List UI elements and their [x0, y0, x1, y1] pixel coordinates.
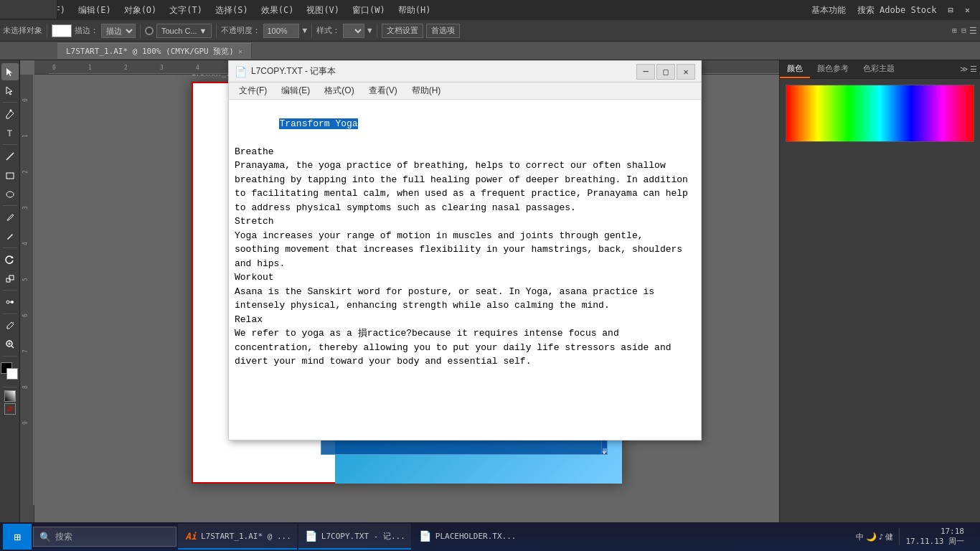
stroke-select[interactable]: 描边: [101, 24, 136, 38]
tab-color-themes[interactable]: 色彩主题: [856, 60, 902, 78]
selection-label: 未选择对象: [3, 25, 42, 36]
np-menu-file[interactable]: 文件(F): [232, 83, 274, 98]
line-tool[interactable]: [1, 148, 19, 165]
menu-text[interactable]: 文字(T): [164, 3, 208, 18]
tab-color[interactable]: 颜色: [780, 60, 810, 78]
right-panel: 颜色 颜色参考 色彩主题 ≫ ☰: [779, 60, 980, 528]
clock-date: 17.11.13 周一: [905, 537, 964, 547]
svg-text:6: 6: [22, 314, 29, 317]
type-tool[interactable]: T: [1, 124, 19, 141]
preferences-button[interactable]: 首选项: [426, 24, 460, 38]
selected-text: Transform Yoga: [279, 118, 357, 129]
menu-object[interactable]: 对象(O): [118, 3, 163, 18]
ruler-left: 0 1 2 3 4 5 6 7 8 9: [20, 75, 34, 528]
np-menu-edit[interactable]: 编辑(E): [274, 83, 317, 98]
ellipse-tool[interactable]: [1, 185, 19, 202]
notepad-content[interactable]: Transform Yoga Breathe Pranayama, the yo…: [229, 100, 701, 440]
svg-text:1: 1: [22, 134, 29, 138]
np-menu-help[interactable]: 帮助(H): [405, 83, 448, 98]
svg-line-1: [6, 153, 14, 160]
direct-select-tool[interactable]: [1, 82, 19, 99]
svg-text:5: 5: [22, 278, 29, 281]
opacity-label: 不透明度：: [221, 25, 260, 36]
show-desktop-button[interactable]: [970, 522, 974, 551]
left-toolbar: T: [0, 60, 20, 528]
paintbrush-tool[interactable]: [1, 209, 19, 226]
fill-color[interactable]: [52, 24, 72, 37]
blend-tool[interactable]: [1, 293, 19, 311]
align-icon: ⊞ ⊟: [952, 26, 966, 36]
rotate-tool[interactable]: [1, 251, 19, 268]
taskbar-search[interactable]: 🔍 搜索: [33, 527, 176, 547]
menu-view[interactable]: 视图(V): [301, 3, 345, 18]
menu-help[interactable]: 帮助(H): [392, 3, 437, 18]
panel-tabs: 颜色 颜色参考 色彩主题 ≫ ☰: [780, 60, 980, 79]
scrollbar-down[interactable]: ▼: [603, 448, 607, 453]
zoom-tool[interactable]: [1, 336, 19, 353]
close-app[interactable]: ✕: [961, 4, 974, 17]
svg-line-12: [11, 346, 14, 348]
color-spectrum[interactable]: [786, 85, 974, 142]
tab-color-guide[interactable]: 颜色参考: [810, 60, 856, 78]
touch-dropdown-icon: ▼: [199, 27, 207, 35]
menu-select[interactable]: 选择(S): [209, 3, 254, 18]
menu-edit[interactable]: 编辑(E): [72, 3, 117, 18]
notepad-title: L7COPY.TXT - 记事本: [251, 65, 636, 77]
gradient-swatch[interactable]: [4, 390, 16, 402]
opacity-unit: ▼: [302, 26, 307, 35]
svg-text:4: 4: [22, 242, 29, 245]
more-options[interactable]: ☰: [969, 26, 977, 36]
pencil-tool[interactable]: [1, 227, 19, 245]
taskbar-time: 17:18 17.11.13 周一: [905, 527, 964, 547]
workspace-selector[interactable]: 基本功能: [807, 3, 850, 18]
select-tool[interactable]: [1, 63, 19, 80]
panel-menu-icon[interactable]: ☰: [970, 65, 977, 74]
svg-point-8: [11, 301, 14, 303]
svg-text:9: 9: [22, 421, 29, 425]
np-menu-view[interactable]: 查看(V): [362, 83, 405, 98]
doc-tab-label: L7START_1.AI* @ 100% (CMYK/GPU 预览): [66, 46, 234, 57]
notepad-titlebar[interactable]: 📄 L7COPY.TXT - 记事本 ─ □ ✕: [229, 61, 701, 83]
touch-label: Touch C...: [161, 27, 197, 35]
style-select[interactable]: [343, 24, 364, 38]
notepad-minimize-button[interactable]: ─: [636, 64, 655, 80]
scale-tool[interactable]: [1, 270, 19, 287]
notepad-maximize-button[interactable]: □: [656, 64, 675, 80]
panel-expand-icon[interactable]: ≫: [960, 65, 969, 74]
style-dropdown: ▼: [367, 26, 372, 35]
eyedropper-tool[interactable]: [1, 317, 19, 334]
menu-window[interactable]: 窗口(W): [347, 3, 391, 18]
notepad-close-button[interactable]: ✕: [677, 64, 695, 80]
menu-effect[interactable]: 效果(C): [255, 3, 300, 18]
illustrator-taskbar-icon: Ai: [184, 529, 198, 543]
none-swatch[interactable]: ∅: [4, 403, 16, 415]
rect-tool[interactable]: [1, 166, 19, 184]
taskbar-app-notepad-placeholder[interactable]: 📄 PLACEHOLDER.TX...: [413, 524, 522, 550]
doc-settings-button[interactable]: 文档设置: [382, 24, 423, 38]
notepad-l7copy-taskbar-label: L7COPY.TXT - 记...: [321, 531, 405, 542]
np-menu-format[interactable]: 格式(O): [317, 83, 361, 98]
sys-lang-icon[interactable]: 中: [856, 532, 864, 542]
arrange-windows[interactable]: ⊟: [944, 4, 958, 17]
background-color[interactable]: [6, 368, 18, 380]
doc-tabbar: L7START_1.AI* @ 100% (CMYK/GPU 预览) ✕: [0, 42, 980, 60]
taskbar-right: 中 🌙 ♪ 健 17:18 17.11.13 周一: [853, 522, 977, 551]
svg-text:3: 3: [22, 206, 29, 209]
search-icon: 🔍: [39, 532, 51, 542]
taskbar-app-notepad-l7copy[interactable]: 📄 L7COPY.TXT - 记...: [298, 524, 411, 550]
svg-point-7: [6, 301, 9, 303]
windows-start-button[interactable]: ⊞: [3, 524, 32, 550]
pen-tool[interactable]: [1, 105, 19, 123]
taskbar-app-illustrator[interactable]: Ai L7START_1.AI* @ ...: [178, 524, 297, 550]
notepad-menubar: 文件(F) 编辑(E) 格式(O) 查看(V) 帮助(H): [229, 83, 701, 100]
doc-tab[interactable]: L7START_1.AI* @ 100% (CMYK/GPU 预览) ✕: [57, 43, 252, 59]
color-panel-content: [780, 79, 980, 154]
notepad-app-icon: 📄: [235, 66, 247, 77]
opacity-input[interactable]: [263, 24, 299, 38]
touch-button[interactable]: Touch C... ▼: [156, 24, 212, 38]
stock-search[interactable]: 搜索 Adobe Stock: [853, 3, 941, 18]
illustrator-taskbar-label: L7START_1.AI* @ ...: [201, 532, 291, 541]
toolbar: 未选择对象 描边： 描边 Touch C... ▼ 不透明度： ▼ 样式： ▼ …: [0, 20, 980, 42]
doc-tab-close[interactable]: ✕: [238, 47, 242, 55]
stroke-style-dot: [145, 27, 154, 35]
